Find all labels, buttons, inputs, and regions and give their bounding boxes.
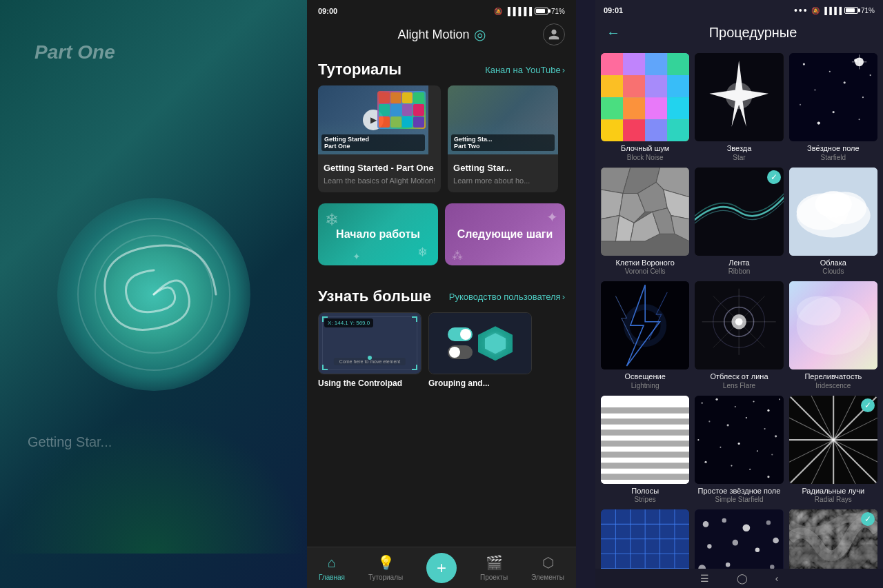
- svg-point-130: [766, 520, 771, 525]
- card1-part-num: Part One: [324, 143, 422, 150]
- stripes-thumb: [601, 396, 689, 484]
- action-card-start-label: Начало работы: [336, 228, 420, 241]
- svg-rect-7: [623, 75, 645, 97]
- app-title: Alight Motion ◎: [397, 26, 485, 43]
- svg-rect-11: [623, 97, 645, 119]
- voronoi-labels: Клетки Вороного Voronoi Cells: [601, 258, 689, 276]
- projects-icon: 🎬: [486, 554, 503, 571]
- snowflake-icon-2: ❄: [417, 245, 428, 260]
- back-button[interactable]: ←: [606, 25, 620, 41]
- action-card-start[interactable]: ❄ ❄ ✦ Начало работы: [318, 203, 438, 265]
- star-labels: Звезда Star: [695, 144, 783, 161]
- resize-handle-tl: [322, 316, 328, 322]
- nav-tutorials[interactable]: 💡 Туториалы: [368, 554, 403, 581]
- right-android-home-icon[interactable]: ◯: [737, 573, 748, 584]
- svg-point-78: [702, 402, 703, 403]
- proc-clouds[interactable]: Облака Clouds: [789, 168, 877, 276]
- proc-ribbon[interactable]: ✓ Лента Ribbon: [695, 168, 783, 276]
- proc-starfield[interactable]: Звёздное поле Starfield: [789, 53, 877, 162]
- action-card-next[interactable]: ✦ ⁂ Следующие шаги: [445, 203, 565, 265]
- proc-star[interactable]: Звезда Star: [695, 53, 783, 162]
- tutorials-icon: 💡: [377, 554, 395, 571]
- iridescence-labels: Переливчатость Iridescence: [789, 372, 877, 389]
- learn-card-controlpad[interactable]: X: 144.1 Y: 569.0 Come here to move elem…: [318, 312, 421, 388]
- learn-cards-container: X: 144.1 Y: 569.0 Come here to move elem…: [307, 312, 576, 399]
- iridescence-thumb: [789, 281, 877, 369]
- simple-starfield-svg: [695, 396, 783, 484]
- star-svg: [695, 53, 783, 141]
- radial-rays-ru: Радиальные лучи: [789, 487, 877, 496]
- proc-turbulence[interactable]: ✓: [789, 509, 877, 569]
- svg-point-84: [709, 420, 711, 422]
- proc-dots[interactable]: Точки Dots: [695, 509, 783, 569]
- ribbon-badge: ✓: [767, 170, 781, 184]
- svg-point-92: [757, 450, 758, 452]
- nav-projects[interactable]: 🎬 Проекты: [480, 554, 508, 581]
- turbulence-badge: ✓: [861, 512, 875, 526]
- svg-rect-77: [695, 396, 783, 484]
- coord-display: X: 144.1 Y: 569.0: [324, 318, 373, 327]
- radial-rays-en: Radial Rays: [789, 496, 877, 504]
- svg-point-128: [722, 518, 726, 523]
- bg-text-top: Part One: [34, 41, 115, 63]
- alight-wave-icon: ◎: [474, 26, 486, 43]
- nav-home[interactable]: ⌂ Главная: [319, 555, 345, 581]
- hex-shape: [478, 326, 513, 361]
- svg-rect-21: [789, 53, 877, 141]
- lensflare-en: Lens Flare: [695, 382, 783, 390]
- tutorial-thumb-2: Getting Sta... Part Two: [448, 85, 558, 154]
- left-status-icons: 🔕 ▐▐▐▐▐ 71%: [494, 7, 565, 15]
- nav-elements[interactable]: ⬡ Элементы: [531, 554, 564, 581]
- voronoi-ru: Клетки Вороного: [601, 258, 689, 267]
- right-android-nav: ☰ ◯ ‹: [595, 569, 883, 588]
- tutorial-thumb-1: ▶: [318, 85, 428, 154]
- proc-lensflare[interactable]: Отблеск от лина Lens Flare: [695, 281, 783, 390]
- stripes-en: Stripes: [601, 496, 689, 504]
- content-area: Туториалы Канал на YouTube › ▶: [307, 50, 576, 569]
- proc-radial-rays[interactable]: ✓: [789, 396, 877, 505]
- proc-lightning[interactable]: Освещение Lightning: [601, 281, 689, 390]
- bottom-nav: ⌂ Главная 💡 Туториалы + 🎬 Проекты ⬡ Элем…: [307, 547, 576, 588]
- svg-point-97: [768, 476, 770, 478]
- right-android-back-icon[interactable]: ‹: [775, 573, 779, 584]
- svg-point-82: [768, 409, 770, 411]
- ribbon-ru: Лента: [695, 258, 783, 267]
- action-cards-container: ❄ ❄ ✦ Начало работы ✦ ⁂ Следующие шаги: [307, 203, 576, 276]
- svg-point-30: [858, 119, 860, 120]
- chevron-guide-icon: ›: [562, 292, 565, 302]
- learn-card-grouping[interactable]: Grouping and...: [428, 312, 532, 388]
- lensflare-svg: [695, 281, 783, 369]
- svg-point-79: [716, 398, 718, 400]
- lightning-svg: [601, 281, 689, 369]
- proc-stripes[interactable]: Полосы Stripes: [601, 396, 689, 505]
- tutorials-section-header: Туториалы Канал на YouTube ›: [307, 50, 576, 85]
- tutorial-title-1: Getting Started - Part One: [324, 163, 435, 174]
- svg-point-32: [869, 74, 871, 76]
- svg-point-27: [862, 97, 864, 98]
- svg-point-127: [703, 521, 709, 527]
- simple-starfield-labels: Простое звёздное поле Simple Starfield: [695, 487, 783, 504]
- profile-button[interactable]: [543, 23, 565, 45]
- tutorial-cards-container: ▶: [307, 85, 576, 203]
- guide-link[interactable]: Руководство пользователя ›: [449, 292, 565, 302]
- proc-voronoi[interactable]: Клетки Вороного Voronoi Cells: [601, 168, 689, 276]
- svg-rect-8: [645, 75, 667, 97]
- nav-add-button[interactable]: +: [426, 553, 457, 583]
- tutorial-card-1[interactable]: ▶: [318, 85, 441, 192]
- youtube-link[interactable]: Канал на YouTube ›: [485, 65, 565, 75]
- proc-simple-starfield[interactable]: Простое звёздное поле Simple Starfield: [695, 396, 783, 505]
- proc-iridescence[interactable]: Переливчатость Iridescence: [789, 281, 877, 390]
- tutorial-card-2[interactable]: Getting Sta... Part Two Getting Star... …: [448, 85, 558, 192]
- svg-point-95: [731, 465, 733, 466]
- svg-rect-12: [645, 97, 667, 119]
- svg-rect-9: [667, 75, 689, 97]
- proc-grid[interactable]: Сетка Grid: [601, 509, 689, 569]
- svg-point-87: [764, 428, 766, 429]
- learn-more-section-header: Узнать больше Руководство пользователя ›: [307, 276, 576, 312]
- proc-block-noise[interactable]: Блочный шум Block Noise: [601, 53, 689, 162]
- svg-rect-14: [601, 119, 623, 141]
- right-android-menu-icon[interactable]: ☰: [700, 573, 709, 584]
- radial-rays-labels: Радиальные лучи Radial Rays: [789, 487, 877, 504]
- iridescence-ru: Переливчатость: [789, 372, 877, 381]
- svg-point-81: [753, 401, 755, 402]
